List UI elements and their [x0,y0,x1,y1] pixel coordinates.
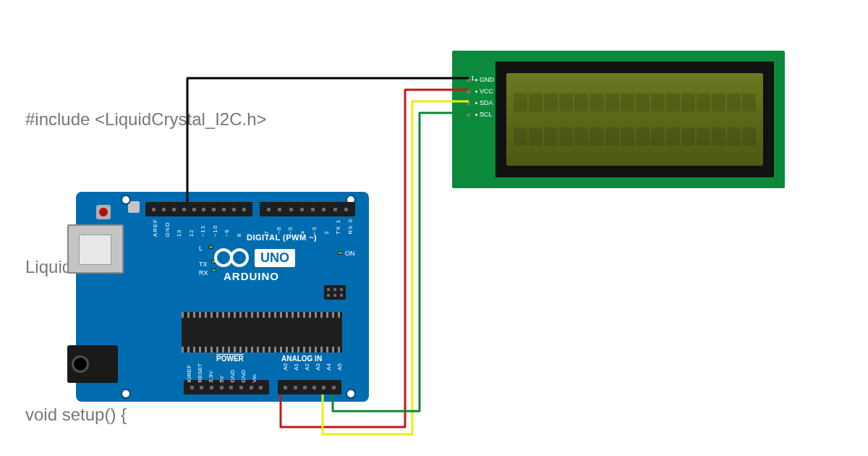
infinity-icon [214,248,249,267]
digital-pin-labels-2: 7~6~54~32TX 1RX 0 [263,219,359,235]
icsp-header[interactable] [324,285,346,300]
rx-led [211,269,216,272]
txrx-labels: TX RX [199,259,208,278]
code-line-5: void setup() { [25,402,292,428]
power-jack [67,345,118,383]
digital-pin-labels-1: AREFGND1312~11~10~98 [152,219,247,237]
reset-button[interactable] [96,205,111,219]
arduino-brand-text: ARDUINO [224,270,279,282]
digital-header-2[interactable] [260,202,355,216]
lcd-frame [495,62,774,177]
arduino-uno-board[interactable]: AREFGND1312~11~10~98 7~6~54~32TX 1RX 0 D… [76,192,369,402]
arduino-logo: UNO [214,248,295,267]
lcd-pin-labels: GNDVCCSDASCL [467,74,494,120]
l-led-label: L [199,245,203,252]
analog-header[interactable] [278,380,341,394]
mounting-hole [346,389,356,399]
uno-badge: UNO [255,249,295,267]
usb-port [67,224,124,274]
tx-label: TX [199,261,208,268]
digital-header-1[interactable] [145,202,252,216]
rx-label: RX [199,269,208,276]
l-led [208,245,213,249]
mounting-hole [121,389,131,399]
on-led-label: ON [345,250,355,257]
lcd-screen [506,73,762,166]
power-pin-labels: IOREFRESET3.3V5VGNDGNDVin [186,363,262,383]
atmega-chip-icon [182,318,342,347]
power-section-label: POWER [216,355,244,363]
analog-section-label: ANALOG IN [281,355,322,363]
digital-pwm-label: DIGITAL (PWM ~) [247,233,317,242]
lcd-i2c-module[interactable]: 1 GNDVCCSDASCL [452,51,785,188]
on-led [338,251,343,255]
mounting-hole [121,195,131,205]
code-line-1: #include <LiquidCrystal_I2C.h> [25,106,292,132]
analog-pin-labels: A0A1A2A3A4A5 [282,363,347,371]
